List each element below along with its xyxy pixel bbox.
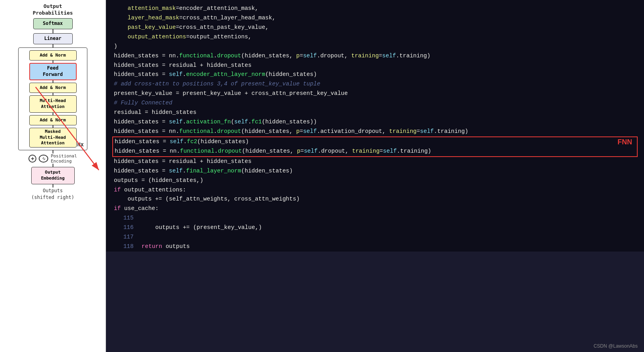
linenum-row: 118 return outputs: [114, 242, 636, 252]
code-line: hidden_states = self.encoder_attn_layer_…: [114, 70, 636, 79]
connector: [53, 80, 53, 83]
fnn-border: hidden_states = self.fc2(hidden_states) …: [112, 136, 638, 157]
positional-encoding-area: + ∿ PositionalEncoding: [28, 153, 77, 164]
code-line: hidden_states = nn.functional.dropout(hi…: [114, 51, 636, 61]
code-line: hidden_states = nn.functional.dropout(hi…: [114, 127, 636, 136]
nx-label: Nx: [77, 141, 84, 148]
architecture-diagram: OutputProbabilities Softmax Linear Add &…: [0, 0, 106, 352]
feedforward-box: Feed Forward: [29, 63, 77, 80]
plus-symbol: +: [28, 155, 36, 163]
multihead-box: Multi-HeadAttention: [29, 95, 77, 113]
code-line: hidden_states = residual + hidden_states: [114, 61, 636, 70]
code-line: residual = hidden_states: [114, 108, 636, 117]
fnn-label: FNN: [618, 138, 632, 146]
line-number: 117: [114, 233, 134, 242]
connector: [53, 150, 53, 153]
outputs-label: Outputs(shifted right): [31, 187, 74, 201]
watermark: CSDN @LawsonAbs: [593, 343, 638, 349]
softmax-box: Softmax: [33, 18, 73, 29]
line-number: 115: [114, 214, 134, 223]
connector: [53, 29, 53, 33]
sine-symbol: ∿: [39, 155, 48, 163]
code-with-linenums: 115 116 outputs += (present_key_value,) …: [106, 214, 644, 252]
pos-encoding-label: PositionalEncoding: [51, 153, 77, 164]
code-line: outputs += (present_key_value,): [142, 223, 262, 233]
code-line: # add cross-attn to positions 3,4 of pre…: [114, 79, 636, 89]
code-line: hidden_states = nn.functional.dropout(hi…: [115, 147, 635, 156]
linenum-row: 115: [114, 214, 636, 223]
code-line: # Fully Connected: [114, 98, 636, 108]
addnorm2-box: Add & Norm: [29, 83, 77, 93]
code-line: if output_attentions:: [114, 185, 636, 195]
connector: [53, 164, 53, 167]
linear-box: Linear: [33, 33, 73, 44]
code-line: hidden_states = residual + hidden_states: [114, 157, 636, 167]
code-line: if use_cache:: [114, 204, 636, 214]
connector: [53, 184, 53, 187]
connector: [53, 93, 53, 95]
connector: [53, 125, 53, 128]
code-line: hidden_states = self.final_layer_norm(hi…: [114, 167, 636, 176]
addnorm3-box: Add & Norm: [29, 115, 77, 125]
code-content: attention_mask=encoder_attention_mask, l…: [106, 0, 644, 352]
addnorm1-box: Add & Norm: [29, 50, 77, 61]
output-embedding-box: OutputEmbedding: [31, 167, 75, 184]
decoder-block: Add & Norm Feed Forward Add & Norm Multi…: [18, 47, 87, 150]
masked-box: MaskedMulti-HeadAttention: [29, 128, 77, 148]
connector: [53, 44, 53, 47]
connector: [53, 61, 53, 63]
code-line: return outputs: [142, 242, 190, 252]
code-line: ): [114, 42, 636, 51]
line-number: 116: [114, 223, 134, 233]
fnn-highlight-block: hidden_states = self.fc2(hidden_states) …: [114, 136, 636, 157]
connector: [53, 113, 53, 115]
code-line: outputs += (self_attn_weights, cross_att…: [114, 195, 636, 204]
output-probs-label: OutputProbabilities: [33, 3, 73, 17]
code-line: past_key_value=cross_attn_past_key_value…: [114, 23, 636, 32]
code-line: output_attentions=output_attentions,: [114, 32, 636, 42]
code-line: present_key_value = present_key_value + …: [114, 89, 636, 98]
code-line: layer_head_mask=cross_attn_layer_head_ma…: [114, 13, 636, 23]
code-line: outputs = (hidden_states,): [114, 176, 636, 185]
linenum-row: 117: [114, 233, 636, 242]
linenum-row: 116 outputs += (present_key_value,): [114, 223, 636, 233]
code-block: attention_mask=encoder_attention_mask, l…: [106, 0, 644, 214]
code-editor: attention_mask=encoder_attention_mask, l…: [106, 0, 644, 352]
code-line: hidden_states = self.activation_fn(self.…: [114, 117, 636, 127]
line-number: 118: [114, 242, 134, 252]
code-line: attention_mask=encoder_attention_mask,: [114, 4, 636, 13]
code-line: hidden_states = self.fc2(hidden_states): [115, 137, 635, 147]
